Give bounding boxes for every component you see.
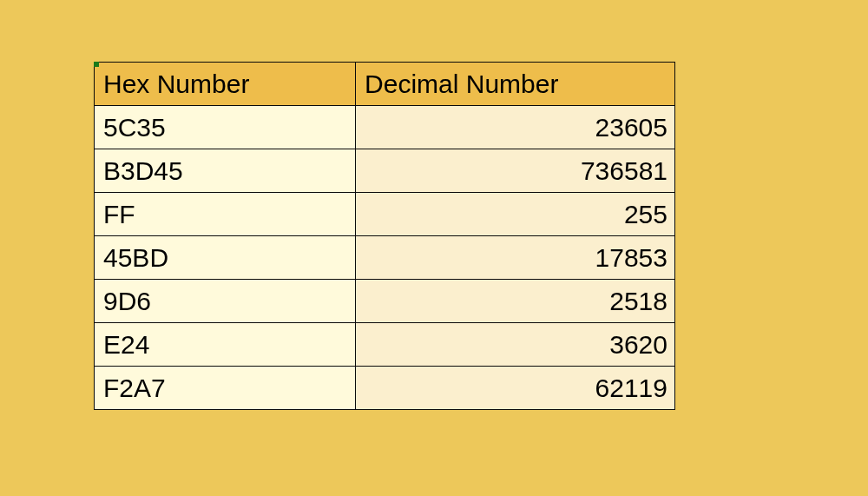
table-row: E24 3620 [95,323,675,367]
dec-cell[interactable]: 62119 [356,367,675,410]
hex-cell[interactable]: E24 [95,323,356,367]
table-row: 9D6 2518 [95,280,675,323]
hex-cell[interactable]: B3D45 [95,149,356,193]
table-row: B3D45 736581 [95,149,675,193]
cell-selection-marker [94,62,99,67]
table-row: 5C35 23605 [95,106,675,149]
conversion-table: Hex Number Decimal Number 5C35 23605 B3D… [94,62,675,410]
hex-cell[interactable]: F2A7 [95,367,356,410]
dec-cell[interactable]: 3620 [356,323,675,367]
table-row: 45BD 17853 [95,236,675,280]
dec-cell[interactable]: 2518 [356,280,675,323]
dec-cell[interactable]: 23605 [356,106,675,149]
dec-cell[interactable]: 255 [356,193,675,236]
dec-cell[interactable]: 17853 [356,236,675,280]
hex-cell[interactable]: FF [95,193,356,236]
dec-cell[interactable]: 736581 [356,149,675,193]
table-header-row: Hex Number Decimal Number [95,63,675,106]
table-row: FF 255 [95,193,675,236]
conversion-table-container: Hex Number Decimal Number 5C35 23605 B3D… [94,62,675,410]
header-hex[interactable]: Hex Number [95,63,356,106]
header-dec[interactable]: Decimal Number [356,63,675,106]
table-row: F2A7 62119 [95,367,675,410]
hex-cell[interactable]: 45BD [95,236,356,280]
hex-cell[interactable]: 5C35 [95,106,356,149]
hex-cell[interactable]: 9D6 [95,280,356,323]
